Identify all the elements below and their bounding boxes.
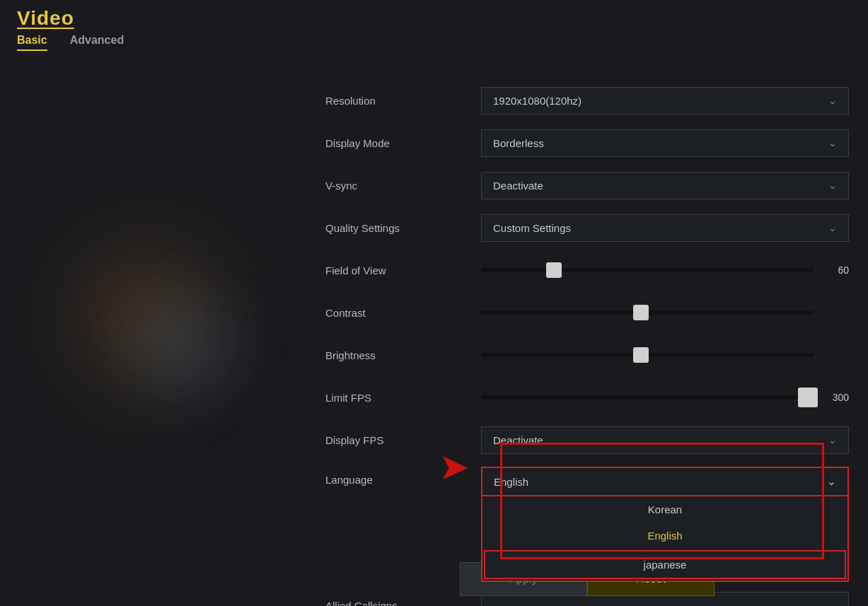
allied-callsigns-label: Allied Callsigns	[325, 600, 481, 607]
chevron-down-icon: ⌄	[828, 95, 837, 106]
chevron-down-icon: ⌄	[828, 180, 837, 191]
language-dropdown-wrapper: English ⌄ Korean English japanese	[481, 467, 849, 496]
resolution-label: Resolution	[325, 95, 481, 107]
display-fps-control: Deactivate ⌄	[481, 426, 849, 454]
contrast-control	[481, 310, 849, 315]
resolution-value: 1920x1080(120hz)	[493, 95, 581, 107]
display-mode-label: Display Mode	[325, 137, 481, 149]
limit-fps-label: Limit FPS	[325, 392, 481, 404]
quality-settings-control: Custom Settings ⌄	[481, 214, 849, 242]
chevron-down-icon: ⌄	[828, 600, 837, 606]
language-option-japanese[interactable]: japanese	[484, 550, 846, 579]
display-mode-dropdown[interactable]: Borderless ⌄	[481, 129, 849, 157]
contrast-slider-thumb[interactable]	[633, 305, 649, 320]
contrast-slider-container	[481, 310, 849, 315]
brightness-slider-track[interactable]	[481, 353, 814, 357]
vsync-row: V-sync Deactivate ⌄	[325, 170, 849, 201]
fov-slider-thumb[interactable]	[546, 262, 562, 278]
chevron-down-icon: ⌄	[828, 222, 837, 233]
brightness-slider-thumb[interactable]	[633, 347, 649, 363]
limit-fps-slider-container: 300	[481, 392, 849, 403]
quality-settings-value: Custom Settings	[493, 222, 571, 234]
language-dropdown[interactable]: English ⌄	[481, 467, 849, 496]
resolution-control: 1920x1080(120hz) ⌄	[481, 87, 849, 115]
language-control: English ⌄ Korean English japanese	[481, 467, 849, 496]
vsync-control: Deactivate ⌄	[481, 172, 849, 199]
vsync-value: Deactivate	[493, 180, 543, 192]
quality-settings-dropdown[interactable]: Custom Settings ⌄	[481, 214, 849, 242]
display-fps-label: Display FPS	[325, 434, 481, 446]
fov-value: 60	[821, 264, 849, 276]
brightness-control	[481, 353, 849, 357]
chevron-down-icon: ⌄	[828, 137, 837, 148]
language-option-korean[interactable]: Korean	[482, 496, 847, 523]
fov-slider-track[interactable]	[481, 268, 814, 272]
contrast-label: Contrast	[325, 307, 481, 319]
chevron-down-icon: ⌄	[828, 434, 837, 445]
page-title: Video	[17, 7, 851, 30]
chevron-down-icon: ⌄	[827, 475, 836, 488]
language-options-list: Korean English japanese	[481, 496, 849, 582]
display-fps-dropdown[interactable]: Deactivate ⌄	[481, 426, 849, 454]
red-arrow-icon: ➤	[439, 445, 470, 488]
brightness-row: Brightness	[325, 339, 849, 371]
language-option-english[interactable]: English	[482, 523, 847, 549]
limit-fps-row: Limit FPS 300	[325, 382, 849, 413]
tab-advanced[interactable]: Advanced	[70, 34, 124, 51]
fov-label: Field of View	[325, 264, 481, 276]
fov-row: Field of View 60	[325, 255, 849, 286]
language-row: Language English ⌄ Korean English japane…	[325, 467, 849, 498]
display-fps-value: Deactivate	[493, 434, 543, 446]
tabs: Basic Advanced	[17, 34, 851, 51]
quality-settings-label: Quality Settings	[325, 222, 481, 234]
contrast-slider-track[interactable]	[481, 310, 814, 315]
vsync-dropdown[interactable]: Deactivate ⌄	[481, 172, 849, 199]
header: Video Basic Advanced	[0, 0, 868, 51]
vsync-label: V-sync	[325, 180, 481, 192]
contrast-row: Contrast	[325, 297, 849, 328]
display-mode-value: Borderless	[493, 137, 544, 149]
limit-fps-slider-track[interactable]	[481, 395, 814, 400]
fov-control: 60	[481, 264, 849, 276]
display-fps-row: Display FPS Deactivate ⌄	[325, 424, 849, 455]
display-mode-control: Borderless ⌄	[481, 129, 849, 157]
brightness-slider-container	[481, 353, 849, 357]
fov-slider-container: 60	[481, 264, 849, 276]
display-mode-row: Display Mode Borderless ⌄	[325, 127, 849, 158]
limit-fps-control: 300	[481, 392, 849, 403]
limit-fps-slider-thumb[interactable]	[798, 388, 818, 407]
settings-area: Resolution 1920x1080(120hz) ⌄ Display Mo…	[325, 85, 849, 606]
brightness-label: Brightness	[325, 349, 481, 361]
resolution-row: Resolution 1920x1080(120hz) ⌄	[325, 85, 849, 116]
limit-fps-value: 300	[821, 392, 849, 403]
tab-basic[interactable]: Basic	[17, 34, 47, 51]
quality-settings-row: Quality Settings Custom Settings ⌄	[325, 212, 849, 243]
language-selected-value: English	[494, 476, 528, 488]
resolution-dropdown[interactable]: 1920x1080(120hz) ⌄	[481, 87, 849, 115]
